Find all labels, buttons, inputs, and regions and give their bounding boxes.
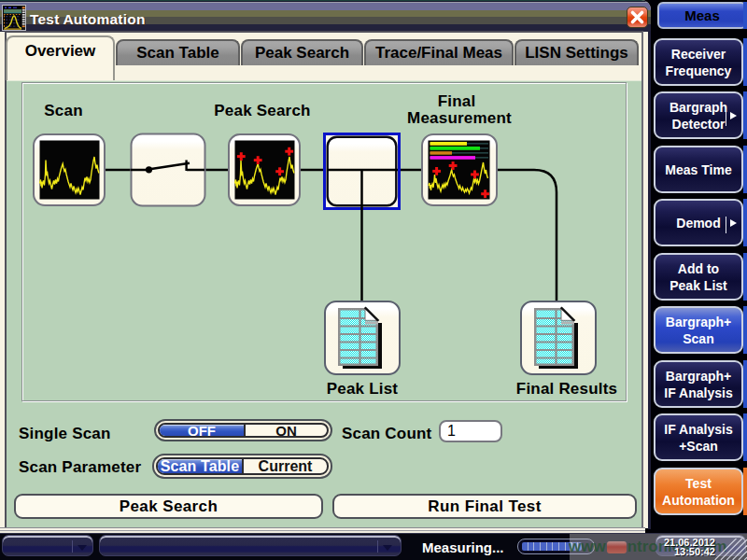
svg-text:Final: Final	[438, 92, 476, 110]
svg-text:Final Results: Final Results	[516, 380, 617, 398]
svg-text:Peak Search: Peak Search	[214, 102, 310, 119]
svg-text:Peak List: Peak List	[327, 380, 399, 398]
svg-text:Measurement: Measurement	[407, 109, 512, 127]
svg-text:Scan: Scan	[44, 102, 82, 119]
